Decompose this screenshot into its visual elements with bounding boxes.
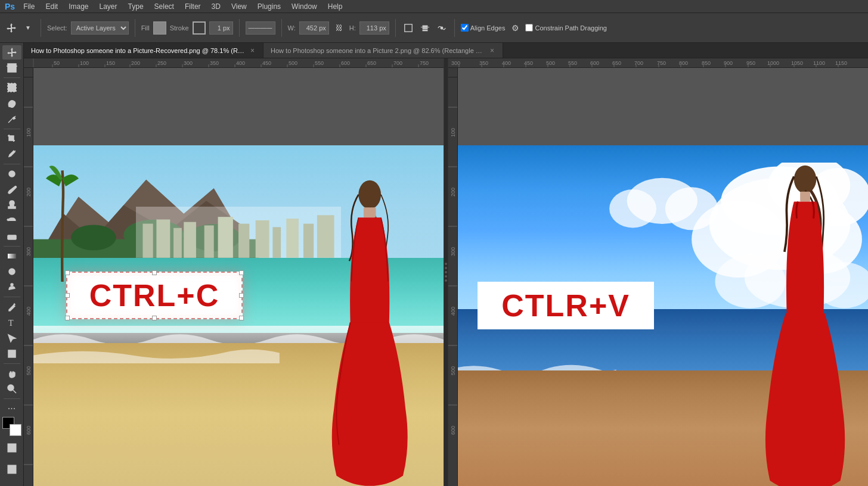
divider-3 [239,19,240,37]
handle-rm[interactable] [239,293,244,298]
ctrl-c-box[interactable]: CTRL+C [66,272,243,319]
quick-mask-mode[interactable] [2,438,21,457]
hand-tool[interactable] [2,366,21,381]
select-label: Select: [47,24,67,32]
canvas-viewport-left[interactable]: CTRL+C [33,68,444,486]
spot-healing-tool[interactable] [2,167,21,181]
stroke-color-swatch[interactable] [193,21,206,35]
eyedropper-tool[interactable] [2,147,21,161]
doc-separator[interactable] [444,58,448,486]
handle-tm[interactable] [152,270,157,275]
svg-text:1100: 1100 [813,60,825,66]
move-tool[interactable] [2,45,21,60]
shape-tool[interactable] [2,347,21,361]
tab2-close[interactable]: × [489,46,495,55]
svg-rect-91 [286,219,299,258]
tools-panel: T ··· [0,43,24,486]
handle-lm[interactable] [65,293,70,298]
menu-edit[interactable]: Edit [41,1,63,12]
ruler-h-svg-right: 300 350 400 450 500 550 600 [448,58,868,67]
svg-text:300: 300 [26,247,32,256]
tools-separator-3 [4,164,20,164]
canvas-dark-area-right-top [448,68,868,145]
zoom-tool[interactable] [2,382,21,396]
svg-text:600: 600 [450,426,456,435]
documents-container: 50 100 150 200 250 300 350 [24,58,868,486]
handle-bm[interactable] [152,316,157,320]
move-tool-icon[interactable] [5,21,18,35]
svg-text:750: 750 [420,60,429,66]
height-input[interactable]: 113 px [359,21,389,35]
align-edges-checkbox-label[interactable]: Align Edges [461,24,506,32]
path-alignment-icon[interactable] [418,21,432,35]
lasso-tool[interactable] [2,96,21,110]
menu-window[interactable]: Window [287,1,322,12]
pen-tool[interactable] [2,300,21,314]
svg-text:750: 750 [657,60,666,66]
crop-tool[interactable] [2,132,21,146]
divider-5 [395,19,396,37]
marquee-tool[interactable] [2,80,21,95]
menu-help[interactable]: Help [323,1,348,12]
stroke-style-selector[interactable]: ———— [246,21,275,35]
svg-rect-84 [173,228,182,258]
blur-tool[interactable] [2,264,21,279]
menu-select[interactable]: Select [150,1,179,12]
menu-layer[interactable]: Layer [95,1,122,12]
stroke-width-input[interactable]: 1 px [209,21,233,35]
settings-icon[interactable]: ⚙ [509,21,522,35]
tab2-label: How to Photoshop someone into a Picture … [271,47,485,54]
handle-bl[interactable] [65,316,70,320]
dodge-tool[interactable] [2,280,21,294]
tools-separator-7 [4,398,20,399]
background-color[interactable] [10,424,21,436]
path-selection-tool[interactable] [2,331,21,345]
artboard-tool[interactable] [2,61,21,75]
menu-filter[interactable]: Filter [180,1,206,12]
menu-image[interactable]: Image [64,1,93,12]
svg-rect-9 [8,83,16,92]
menu-type[interactable]: Type [123,1,148,12]
svg-text:200: 200 [26,188,32,197]
screen-mode[interactable] [2,460,21,479]
tab-doc1[interactable]: How to Photoshop someone into a Picture-… [24,43,264,58]
svg-rect-13 [8,207,16,208]
tools-separator-2 [4,129,20,129]
align-edges-checkbox[interactable] [461,24,469,32]
constrain-path-checkbox-label[interactable]: Constrain Path Dragging [525,24,606,32]
tab-doc2[interactable]: How to Photoshop someone into a Picture … [264,43,503,58]
select-dropdown[interactable]: Active Layers [71,21,129,35]
tool-options-icon[interactable]: ▼ [21,21,35,35]
gradient-tool[interactable] [2,249,21,263]
path-operations-icon[interactable] [402,21,415,35]
warp-icon[interactable] [435,21,448,35]
handle-br[interactable] [239,316,244,320]
magic-wand-tool[interactable] [2,112,21,126]
width-input[interactable]: 452 px [299,21,329,35]
svg-text:550: 550 [568,60,577,66]
type-tool[interactable]: T [2,315,21,329]
svg-text:650: 650 [367,60,376,66]
divider-2 [135,19,135,37]
menu-file[interactable]: File [18,1,39,12]
more-tools[interactable]: ··· [2,401,21,416]
canvas-viewport-right[interactable]: CTLR+V [448,68,868,486]
eraser-tool[interactable] [2,229,21,244]
constrain-path-checkbox[interactable] [525,24,533,32]
history-brush-tool[interactable] [2,213,21,228]
fill-color-swatch[interactable] [153,21,166,35]
tools-separator-4 [4,246,20,247]
menu-3d[interactable]: 3D [207,1,225,12]
brush-tool[interactable] [2,182,21,197]
svg-text:1000: 1000 [767,60,779,66]
svg-text:900: 900 [724,60,733,66]
handle-tr[interactable] [239,270,244,275]
ctrl-v-box[interactable]: CTLR+V [478,282,654,329]
stamp-tool[interactable] [2,198,21,212]
link-dimensions-icon[interactable]: ⛓ [333,21,346,35]
height-label: H: [349,24,356,32]
tab1-close[interactable]: × [249,46,256,55]
menu-plugins[interactable]: Plugins [253,1,286,12]
dot-5 [445,279,447,282]
menu-view[interactable]: View [227,1,252,12]
